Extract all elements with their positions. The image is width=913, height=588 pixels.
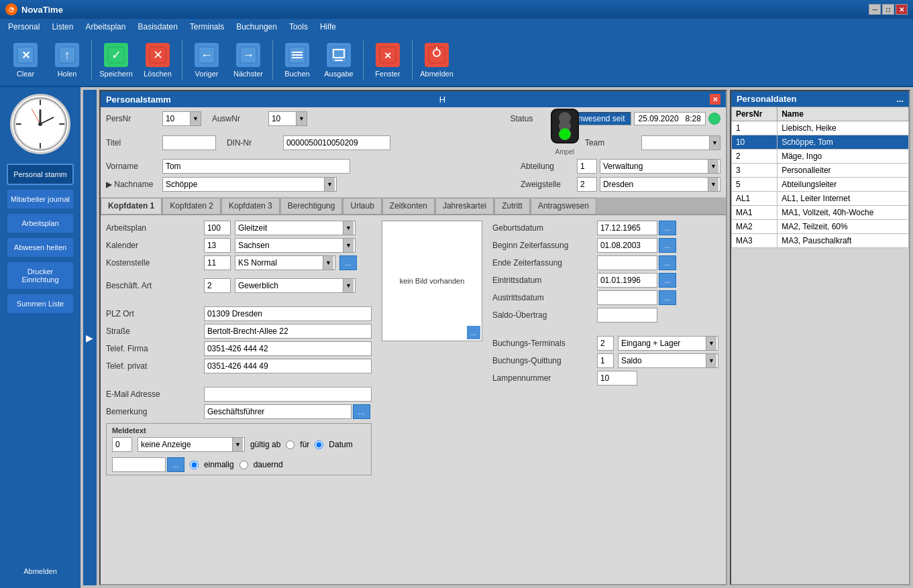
sidebar-item-arbeitsplan[interactable]: Arbeitsplan: [7, 213, 74, 233]
ende-btn[interactable]: ...: [659, 255, 676, 270]
arbeitsplan-select[interactable]: ▼: [235, 221, 356, 235]
expand-panel-button[interactable]: ▶: [83, 90, 97, 585]
beginn-btn[interactable]: ...: [659, 238, 676, 253]
voriger-button[interactable]: ← Voriger: [186, 38, 227, 83]
tab-zutritt[interactable]: Zutritt: [494, 198, 530, 214]
fenster-button[interactable]: ✕ Fenster: [368, 38, 408, 83]
menu-basisdaten[interactable]: Basisdaten: [132, 21, 182, 33]
personaldaten-more-btn[interactable]: ...: [896, 94, 904, 104]
buchungs-terminals-input[interactable]: [619, 337, 706, 350]
photo-btn[interactable]: ...: [467, 326, 480, 339]
bemerkung-input[interactable]: [204, 404, 352, 419]
table-row[interactable]: AL1AL1, Leiter Internet: [731, 192, 908, 206]
loeschen-button[interactable]: ✕ Löschen: [138, 38, 178, 83]
fuer-radio[interactable]: [315, 440, 323, 449]
nachname-input[interactable]: [163, 178, 324, 191]
tab-kopfdaten1[interactable]: Kopfdaten 1: [101, 198, 162, 214]
abmelden-button[interactable]: Abmelden: [417, 38, 457, 83]
arbeitsplan-arrow[interactable]: ▼: [343, 221, 354, 235]
table-row[interactable]: 2Mäge, Ingo: [731, 150, 908, 164]
persnr-input[interactable]: [163, 112, 190, 125]
buchungs-terminals-nr[interactable]: [597, 336, 614, 351]
gueltig-ab-radio[interactable]: [286, 440, 294, 449]
datum-btn[interactable]: ...: [167, 457, 184, 472]
holen-button[interactable]: ↑ Holen: [47, 38, 87, 83]
kostenstelle-select[interactable]: ▼: [235, 255, 335, 270]
tab-urlaub[interactable]: Urlaub: [343, 198, 381, 214]
persnr-select[interactable]: ▼: [162, 111, 201, 126]
beginn-input[interactable]: [597, 238, 657, 253]
clear-button[interactable]: ✕ Clear: [5, 38, 46, 83]
plz-input[interactable]: [204, 306, 372, 321]
auswnr-input[interactable]: [269, 112, 296, 125]
geburtsdatum-btn[interactable]: ...: [659, 221, 676, 235]
nachname-arrow[interactable]: ▼: [324, 178, 335, 191]
einmalig-radio[interactable]: [190, 461, 199, 469]
buchungs-quittung-input[interactable]: [619, 354, 706, 367]
team-select[interactable]: ▼: [641, 135, 720, 150]
nachname-select[interactable]: ▼: [162, 177, 337, 192]
menu-listen[interactable]: Listen: [46, 21, 78, 33]
sidebar-item-abwesenheiten[interactable]: Abwesen heiten: [7, 237, 74, 257]
team-input[interactable]: [642, 136, 709, 150]
sidebar-item-personal-stamm[interactable]: Personal stamm: [7, 164, 74, 185]
ende-input[interactable]: [597, 255, 657, 270]
menu-terminals[interactable]: Terminals: [184, 21, 229, 33]
kalender-nr[interactable]: [204, 238, 231, 253]
tab-kopfdaten2[interactable]: Kopfdaten 2: [162, 198, 221, 214]
table-row[interactable]: 10Schöppe, Tom: [731, 135, 908, 150]
telef-firma-input[interactable]: [204, 341, 372, 356]
zweigstelle-input[interactable]: [600, 178, 708, 191]
bemerkung-btn[interactable]: ...: [353, 404, 370, 419]
ausgabe-button[interactable]: Ausgabe: [319, 38, 359, 83]
table-row[interactable]: MA1MA1, Vollzeit, 40h-Woche: [731, 206, 908, 220]
eintrittsdatum-btn[interactable]: ...: [659, 273, 676, 288]
table-row[interactable]: 5Abteilungsleiter: [731, 178, 908, 192]
sidebar-item-summen-liste[interactable]: Summen Liste: [7, 294, 74, 314]
buchungs-quittung-arrow[interactable]: ▼: [706, 354, 716, 367]
kostenstelle-btn[interactable]: ...: [339, 255, 357, 270]
tab-zeitkonten[interactable]: Zeitkonten: [382, 198, 435, 214]
tab-kopfdaten3[interactable]: Kopfdaten 3: [221, 198, 280, 214]
team-arrow[interactable]: ▼: [709, 136, 720, 150]
zweigstelle-nr[interactable]: [577, 177, 597, 192]
austrittsdatum-btn[interactable]: ...: [659, 290, 676, 305]
saldo-input[interactable]: [597, 308, 657, 322]
naechster-button[interactable]: → Nächster: [228, 38, 268, 83]
geburtsdatum-input[interactable]: [597, 221, 657, 235]
menu-personal[interactable]: Personal: [3, 21, 45, 33]
meldetext-nr[interactable]: [112, 437, 132, 452]
auswnr-arrow[interactable]: ▼: [296, 112, 307, 125]
auswnr-select[interactable]: ▼: [268, 111, 307, 126]
menu-tools[interactable]: Tools: [284, 21, 313, 33]
beschaeft-input[interactable]: [235, 279, 343, 292]
din-nr-input[interactable]: [283, 135, 390, 150]
lampennummer-input[interactable]: [597, 371, 637, 386]
speichern-button[interactable]: ✓ Speichern: [96, 38, 136, 83]
table-row[interactable]: 1Liebisch, Heike: [731, 121, 908, 135]
sidebar-item-drucker-einrichtung[interactable]: Drucker Einrichtung: [7, 261, 74, 290]
close-window-button[interactable]: ✕: [896, 4, 908, 15]
datum-input[interactable]: [112, 457, 166, 472]
buchungs-terminals-arrow[interactable]: ▼: [706, 337, 716, 350]
tab-berechtigung[interactable]: Berechtigung: [280, 198, 343, 214]
arbeitsplan-input[interactable]: [235, 221, 343, 235]
meldetext-arrow[interactable]: ▼: [232, 438, 243, 451]
maximize-button[interactable]: □: [882, 4, 894, 15]
abteilung-select[interactable]: ▼: [600, 159, 720, 174]
dauernd-radio[interactable]: [239, 461, 248, 469]
vorname-input[interactable]: [162, 159, 350, 174]
beschaeft-nr[interactable]: [204, 278, 231, 293]
kalender-select[interactable]: ▼: [235, 238, 356, 253]
buchen-button[interactable]: Buchen: [277, 38, 317, 83]
persnr-arrow[interactable]: ▼: [190, 112, 201, 125]
panel-close-button[interactable]: ✕: [710, 94, 720, 105]
table-row[interactable]: MA3MA3, Pauschalkraft: [731, 234, 908, 248]
sidebar-item-mitarbeiter-journal[interactable]: Mitarbeiter journal: [7, 189, 74, 209]
titel-input[interactable]: [162, 135, 216, 150]
kostenstelle-input[interactable]: [235, 256, 323, 270]
austrittsdatum-input[interactable]: [597, 290, 657, 305]
minimize-button[interactable]: ─: [869, 4, 881, 15]
abteilung-arrow[interactable]: ▼: [708, 160, 718, 173]
table-row[interactable]: MA2MA2, Teilzeit, 60%: [731, 220, 908, 234]
